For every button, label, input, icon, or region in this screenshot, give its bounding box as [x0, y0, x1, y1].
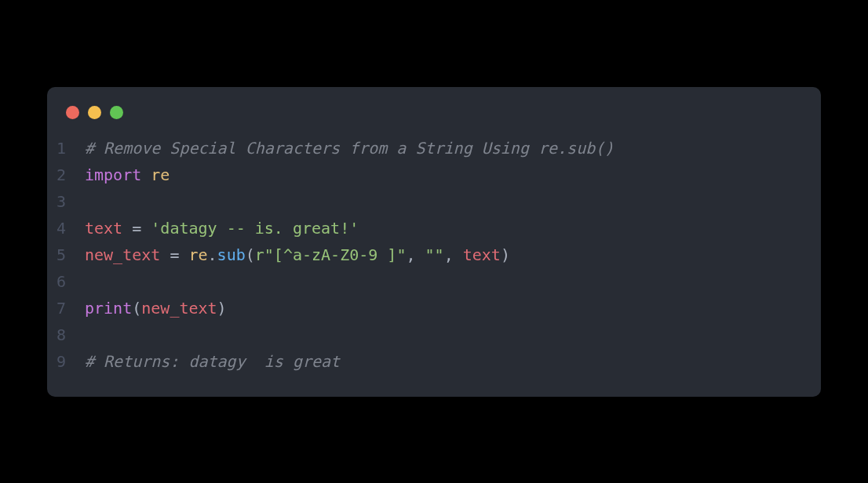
code-token: "" [425, 245, 444, 264]
code-token [141, 219, 151, 238]
code-line: 3 [47, 188, 821, 215]
code-token: , [444, 245, 463, 264]
code-token: , [406, 245, 425, 264]
line-number: 9 [47, 348, 85, 375]
code-content: new_text = re.sub(r"[^a-zA-Z0-9 ]", "", … [85, 242, 510, 268]
code-token: text [463, 245, 501, 264]
code-token: # Remove Special Characters from a Strin… [85, 139, 614, 158]
line-number: 3 [47, 188, 85, 215]
code-line: 4text = 'datagy -- is. great!' [47, 215, 821, 242]
code-token: . [208, 245, 217, 264]
code-token: r"[^a-zA-Z0-9 ]" [255, 245, 407, 264]
window-controls [47, 106, 821, 119]
line-number: 5 [47, 242, 85, 268]
line-number: 8 [47, 321, 85, 348]
line-number: 6 [47, 268, 85, 295]
code-line: 8 [47, 321, 821, 348]
code-token: ( [246, 245, 255, 264]
code-token [122, 219, 132, 238]
code-token: new_text [85, 245, 160, 264]
code-content: # Remove Special Characters from a Strin… [85, 135, 614, 162]
code-token: ) [217, 299, 227, 318]
code-token: re [151, 165, 170, 184]
code-window: 1# Remove Special Characters from a Stri… [47, 87, 821, 397]
code-token [179, 245, 188, 264]
code-token [160, 245, 170, 264]
code-token: ( [132, 299, 141, 318]
line-number: 1 [47, 135, 85, 162]
code-token: text [85, 219, 122, 238]
code-token: re [188, 245, 207, 264]
code-line: 2import re [47, 162, 821, 188]
code-token: = [132, 219, 141, 238]
code-token: ) [501, 245, 510, 264]
code-line: 7print(new_text) [47, 295, 821, 321]
code-line: 6 [47, 268, 821, 295]
minimize-icon[interactable] [88, 106, 101, 119]
code-token: print [85, 299, 132, 318]
line-number: 7 [47, 295, 85, 321]
code-line: 1# Remove Special Characters from a Stri… [47, 135, 821, 162]
code-content: text = 'datagy -- is. great!' [85, 215, 359, 242]
line-number: 4 [47, 215, 85, 242]
code-line: 5new_text = re.sub(r"[^a-zA-Z0-9 ]", "",… [47, 242, 821, 268]
code-content: import re [85, 162, 170, 188]
maximize-icon[interactable] [110, 106, 123, 119]
code-token: 'datagy -- is. great!' [151, 219, 359, 238]
code-token: = [170, 245, 179, 264]
code-token: # Returns: datagy is great [85, 352, 340, 371]
code-token: import [85, 165, 141, 184]
code-line: 9# Returns: datagy is great [47, 348, 821, 375]
code-token: sub [217, 245, 246, 264]
code-token [141, 165, 151, 184]
close-icon[interactable] [66, 106, 79, 119]
code-editor: 1# Remove Special Characters from a Stri… [47, 135, 821, 375]
code-token: new_text [141, 299, 217, 318]
code-content: print(new_text) [85, 295, 227, 321]
code-content: # Returns: datagy is great [85, 348, 340, 375]
line-number: 2 [47, 162, 85, 188]
